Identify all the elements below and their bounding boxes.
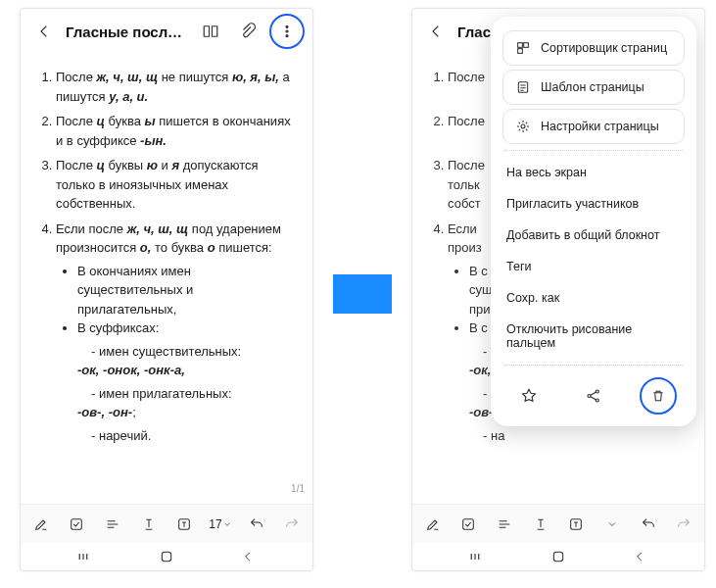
menu-label: На весь экран [506, 166, 587, 179]
phone-state-before: Гласные после шип… После ж, ч, ш, щ не п… [20, 8, 313, 571]
text-box-icon[interactable] [168, 509, 200, 540]
pen-icon[interactable] [417, 509, 449, 540]
chevron-down-icon[interactable] [597, 509, 628, 540]
menu-save-as[interactable]: Сохр. как [491, 282, 696, 314]
list-item: наречий. [91, 426, 295, 446]
redo-icon[interactable] [276, 509, 308, 540]
menu-page-sorter[interactable]: Сортировщик страниц [502, 30, 685, 66]
menu-invite[interactable]: Пригласить участников [491, 188, 696, 220]
svg-point-13 [596, 399, 598, 402]
svg-point-2 [286, 35, 288, 37]
checkbox-icon[interactable] [453, 509, 484, 540]
svg-rect-7 [524, 43, 529, 48]
back-icon[interactable] [28, 16, 60, 47]
phone-state-after: Глас После пишу После окон После тольксо… [411, 8, 705, 571]
list-item: После ц буква ы пишется в окончаниях и в… [56, 112, 295, 150]
menu-fullscreen[interactable]: На весь экран [491, 157, 696, 188]
attach-icon[interactable] [232, 16, 263, 47]
svg-rect-16 [553, 552, 562, 561]
align-icon[interactable] [489, 509, 520, 540]
topbar: Гласные после шип… [21, 9, 312, 54]
menu-label: Сортировщик страниц [541, 41, 667, 55]
recents-icon[interactable] [462, 541, 494, 571]
list-item: имен существительных: [91, 342, 295, 362]
svg-rect-6 [518, 43, 523, 48]
svg-rect-8 [518, 49, 523, 54]
menu-label: Пригласить участников [506, 197, 639, 211]
menu-label: Отключить рисование пальцем [506, 322, 681, 350]
list-item: После ц буквы ю и я допускаются только в… [56, 156, 295, 214]
list-item: имен прилагательных: [91, 384, 295, 404]
redo-icon[interactable] [668, 509, 699, 540]
nav-back-icon[interactable] [232, 541, 263, 571]
pen-icon[interactable] [25, 509, 57, 540]
text-box-icon[interactable] [560, 509, 592, 540]
align-icon[interactable] [97, 509, 128, 540]
list-item: -ок, -онок, -онк-а, [77, 361, 295, 380]
nav-back-icon[interactable] [624, 541, 655, 571]
text-underline-icon[interactable] [133, 509, 165, 540]
menu-finger-draw-off[interactable]: Отключить рисование пальцем [491, 314, 696, 359]
list-item: В суффиксах: имен существительных: -ок, … [77, 318, 295, 445]
star-icon[interactable] [510, 377, 548, 415]
delete-button-highlight [640, 377, 677, 415]
note-content: После ж, ч, ш, щ не пишутся ю, я, ы, а п… [21, 54, 312, 459]
menu-page-settings[interactable]: Настройки страницы [502, 109, 685, 144]
home-icon[interactable] [151, 541, 182, 571]
menu-label: Теги [506, 260, 531, 273]
font-size-button[interactable]: 17 [205, 509, 236, 540]
page-counter: 1/1 [291, 483, 305, 494]
bottom-toolbar: 17 [21, 504, 312, 543]
page-title: Гласные после шип… [66, 24, 189, 40]
list-item: -ов-, -он-; [77, 403, 295, 422]
recents-icon[interactable] [71, 541, 102, 571]
menu-footer [491, 371, 696, 416]
list-item: После ж, ч, ш, щ не пишутся ю, я, ы, а п… [56, 68, 295, 106]
more-icon[interactable] [275, 20, 299, 43]
arrow-indicator [333, 274, 392, 314]
undo-icon[interactable] [633, 509, 664, 540]
back-icon[interactable] [420, 16, 452, 47]
menu-label: Сохр. как [506, 291, 559, 305]
system-navbar [412, 543, 704, 570]
read-mode-icon[interactable] [195, 16, 226, 47]
menu-divider [504, 365, 683, 366]
text-underline-icon[interactable] [525, 509, 556, 540]
menu-shared-notebook[interactable]: Добавить в общий блокнот [491, 220, 696, 251]
svg-rect-3 [72, 518, 82, 529]
list-item: В окончаниях имен существительных и прил… [77, 262, 295, 319]
svg-rect-5 [162, 552, 170, 561]
menu-page-template[interactable]: Шаблон страницы [502, 70, 685, 105]
list-item: Если после ж, ч, ш, щ под ударением прои… [56, 220, 295, 446]
svg-point-10 [521, 124, 525, 128]
overflow-menu: Сортировщик страниц Шаблон страницы Наст… [491, 17, 696, 426]
menu-divider [504, 150, 683, 151]
svg-point-1 [286, 30, 288, 32]
menu-label: Шаблон страницы [541, 80, 644, 94]
trash-icon[interactable] [647, 385, 669, 407]
svg-rect-14 [463, 518, 474, 529]
menu-tags[interactable]: Теги [491, 251, 696, 282]
menu-label: Добавить в общий блокнот [506, 228, 659, 242]
svg-point-0 [286, 25, 288, 27]
list-item: на [483, 426, 687, 446]
svg-point-11 [588, 395, 591, 398]
more-button-highlight [269, 14, 305, 49]
menu-label: Настройки страницы [541, 120, 659, 133]
svg-point-12 [596, 390, 598, 393]
system-navbar [21, 543, 312, 570]
share-icon[interactable] [575, 377, 612, 415]
bottom-toolbar [412, 504, 704, 543]
undo-icon[interactable] [241, 509, 272, 540]
home-icon[interactable] [543, 541, 574, 571]
checkbox-icon[interactable] [61, 509, 92, 540]
